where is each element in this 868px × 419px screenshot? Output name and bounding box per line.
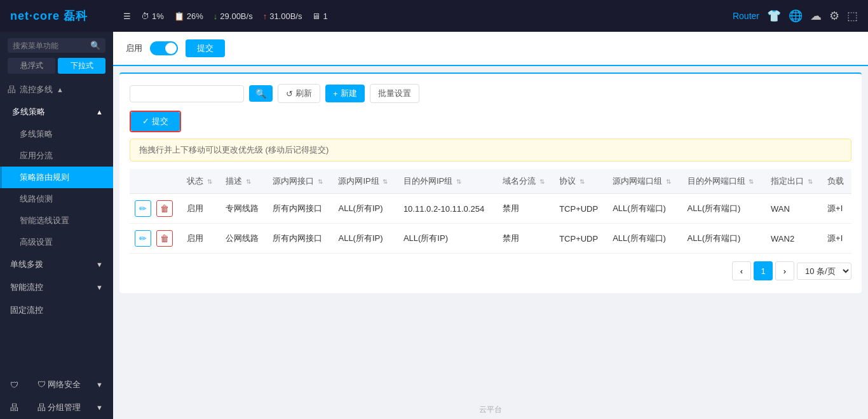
group-label-multiline-policy: 多线策略: [12, 106, 45, 118]
cpu-icon: ⏱: [141, 11, 149, 21]
row-actions: ✏ 🗑: [130, 224, 182, 254]
row-protocol: TCP+UDP: [554, 224, 607, 254]
prev-page-button[interactable]: ‹: [732, 261, 751, 280]
down-arrow-icon: ↓: [214, 11, 218, 21]
toolbar: 🔍 ↺ 刷新 + 新建 批量设置: [130, 84, 851, 103]
batch-button[interactable]: 批量设置: [370, 84, 419, 103]
footer-text: 云平台: [479, 405, 502, 414]
new-button[interactable]: + 新建: [325, 85, 365, 102]
new-label: 新建: [341, 88, 357, 99]
tab-float[interactable]: 悬浮式: [8, 58, 55, 74]
search-icon: 🔍: [90, 41, 100, 50]
refresh-label: 刷新: [295, 88, 312, 99]
content-area: 🔍 ↺ 刷新 + 新建 批量设置 ✓ 提交 拖拽行并上下移动可以更改优先级 (移…: [119, 72, 862, 293]
row-status: 启用: [182, 194, 220, 224]
pagination: ‹ 1 › 10 条/页 20 条/页 50 条/页: [130, 254, 851, 283]
col-description: 描述 ⇅: [220, 169, 268, 194]
row-dst-ip-group: 10.11.0.2-10.11.0.254: [398, 194, 498, 224]
table-header-row: 状态 ⇅ 描述 ⇅ 源内网接口 ⇅ 源内网IP组 ⇅ 目的外网IP组 ⇅ 域名分…: [130, 169, 851, 194]
chevron-down-icon1: ▼: [96, 261, 103, 268]
row-dst-ip-group: ALL(所有IP): [398, 224, 498, 254]
refresh-button[interactable]: ↺ 刷新: [278, 84, 320, 103]
sidebar-item-group-mgmt[interactable]: 品 品 分组管理 ▼: [0, 396, 113, 419]
logo: net·core 磊科: [10, 8, 123, 24]
sidebar-item-single-multidial[interactable]: 单线多拨 ▼: [0, 253, 113, 276]
col-status: 状态 ⇅: [182, 169, 220, 194]
row-src-ip-group: ALL(所有IP): [333, 224, 398, 254]
col-dst-port-group: 目的外网端口组 ⇅: [682, 169, 766, 194]
sidebar-item-smart-select[interactable]: 智能选线设置: [0, 210, 113, 231]
page-size-select[interactable]: 10 条/页 20 条/页 50 条/页: [797, 263, 851, 280]
row-out-port: WAN: [766, 194, 822, 224]
row-description: 专网线路: [220, 194, 268, 224]
search-button[interactable]: 🔍: [249, 85, 273, 102]
down-value: 29.00B/s: [220, 11, 252, 21]
menu-icon[interactable]: ☰: [123, 11, 131, 21]
mem-stat: 📋 26%: [174, 11, 203, 21]
col-src-interface: 源内网接口 ⇅: [268, 169, 333, 194]
submit-wrapper: ✓ 提交: [130, 111, 181, 132]
tab-dropdown[interactable]: 下拉式: [58, 58, 105, 74]
table-wrap: 状态 ⇅ 描述 ⇅ 源内网接口 ⇅ 源内网IP组 ⇅ 目的外网IP组 ⇅ 域名分…: [130, 169, 851, 254]
settings-icon[interactable]: ⚙: [829, 9, 839, 23]
row-src-port-group: ALL(所有端口): [607, 224, 682, 254]
sidebar-item-line-detect[interactable]: 线路侦测: [0, 188, 113, 210]
delete-button[interactable]: 🗑: [156, 200, 173, 217]
logout-icon[interactable]: ⬚: [847, 9, 858, 23]
globe-icon[interactable]: 🌐: [789, 9, 803, 23]
sidebar-item-multiline-policy[interactable]: 多线策略: [0, 123, 113, 145]
col-domain-flow: 域名分流 ⇅: [498, 169, 554, 194]
mem-icon: 📋: [174, 11, 184, 21]
row-src-port-group: ALL(所有端口): [607, 194, 682, 224]
up-stat: ↑ 31.00B/s: [263, 11, 302, 21]
search-input[interactable]: [13, 41, 90, 50]
enable-bar: 启用 提交: [113, 32, 868, 66]
row-dst-port-group: ALL(所有端口): [682, 194, 766, 224]
router-label: Router: [733, 11, 759, 21]
col-actions: [130, 169, 182, 194]
footer-bar: 云平台: [113, 401, 868, 419]
shirt-icon[interactable]: 👕: [767, 9, 781, 23]
sidebar-section-multiline: 品 流控多线 ▲: [0, 79, 113, 100]
row-protocol: TCP+UDP: [554, 194, 607, 224]
topbar-stats: ☰ ⏱ 1% 📋 26% ↓ 29.00B/s ↑ 31.00B/s 🖥 1: [123, 11, 733, 21]
edit-button[interactable]: ✏: [135, 230, 151, 247]
next-page-button[interactable]: ›: [775, 261, 794, 280]
chevron-up-icon2: ▲: [96, 108, 103, 116]
row-src-ip-group: ALL(所有IP): [333, 194, 398, 224]
page-1-button[interactable]: 1: [754, 261, 773, 280]
enable-toggle[interactable]: [150, 41, 178, 55]
sidebar-item-fixed-flow[interactable]: 固定流控: [0, 299, 113, 322]
col-dst-ip-group: 目的外网IP组 ⇅: [398, 169, 498, 194]
chevron-down-icon2: ▼: [96, 284, 103, 291]
layout: 🔍 悬浮式 下拉式 品 流控多线 ▲ 多线策略 ▲ 多线策略 应用分流 策略路由…: [0, 32, 868, 419]
row-src-interface: 所有内网接口: [268, 224, 333, 254]
row-description: 公网线路: [220, 224, 268, 254]
monitor-stat: 🖥 1: [312, 11, 327, 21]
row-dst-port-group: ALL(所有端口): [682, 224, 766, 254]
submit-top-button[interactable]: 提交: [186, 39, 225, 57]
sidebar-item-app-shunt[interactable]: 应用分流: [0, 145, 113, 167]
col-src-ip-group: 源内网IP组 ⇅: [333, 169, 398, 194]
logo-text: net·core 磊科: [10, 8, 88, 24]
sidebar-item-smart-flow[interactable]: 智能流控 ▼: [0, 276, 113, 299]
cpu-value: 1%: [152, 11, 164, 21]
mem-value: 26%: [187, 11, 203, 21]
enable-label: 启用: [126, 43, 142, 54]
row-out-port: WAN2: [766, 224, 822, 254]
delete-button[interactable]: 🗑: [156, 230, 173, 247]
sidebar-tabs: 悬浮式 下拉式: [8, 58, 105, 74]
sidebar: 🔍 悬浮式 下拉式 品 流控多线 ▲ 多线策略 ▲ 多线策略 应用分流 策略路由…: [0, 32, 113, 419]
row-status: 启用: [182, 224, 220, 254]
submit-main-button[interactable]: ✓ 提交: [131, 112, 180, 131]
table-search-input[interactable]: [130, 85, 244, 102]
group-header-multiline-policy[interactable]: 多线策略 ▲: [0, 100, 113, 123]
sidebar-item-advanced[interactable]: 高级设置: [0, 231, 113, 253]
chevron-up-icon: ▲: [57, 86, 64, 93]
cloud-icon[interactable]: ☁: [810, 9, 822, 23]
edit-button[interactable]: ✏: [135, 200, 151, 217]
up-arrow-icon: ↑: [263, 11, 268, 21]
row-src-interface: 所有内网接口: [268, 194, 333, 224]
sidebar-item-policy-route[interactable]: 策略路由规则: [0, 167, 113, 188]
sidebar-item-network-security[interactable]: 🛡 🛡 网络安全 ▼: [0, 373, 113, 396]
